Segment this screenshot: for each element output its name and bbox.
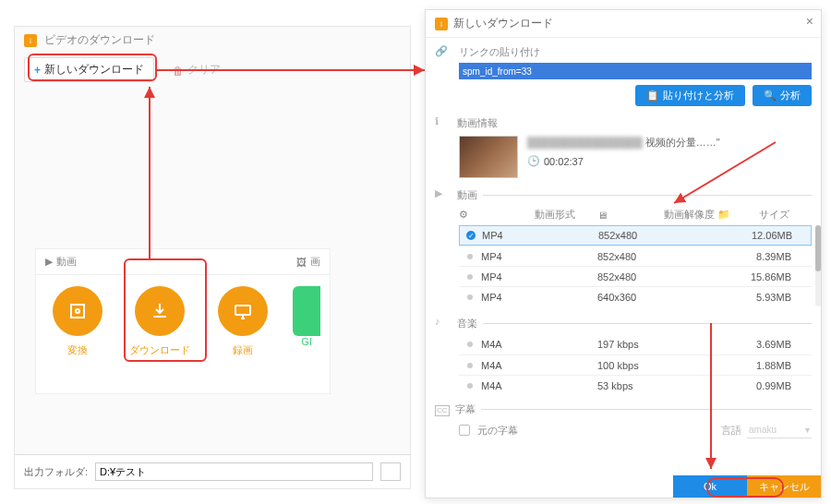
download-tile-icon xyxy=(135,286,185,336)
video-icon: ▶ xyxy=(435,187,452,204)
video-title-blur: ████████████████ xyxy=(527,137,643,148)
format-row[interactable]: ✓MP4852x48012.06MB xyxy=(459,225,812,246)
chevron-down-icon: ▾ xyxy=(805,425,810,435)
clear-button[interactable]: 🗑 クリア xyxy=(163,57,230,82)
svg-point-1 xyxy=(76,309,79,313)
tile-record-label: 録画 xyxy=(233,344,253,355)
new-download-dialog: ↓ 新しいダウンロード × 🔗 リンクの貼り付け 📋 貼り付けと分析 🔍 分析 xyxy=(425,9,822,498)
gif-icon xyxy=(293,286,320,336)
format-row[interactable]: M4A100 kbps1.88MB xyxy=(459,354,812,375)
paste-analyze-label: 貼り付けと分析 xyxy=(663,89,734,102)
convert-icon xyxy=(53,286,102,336)
left-title: ビデオのダウンロード xyxy=(44,32,155,48)
format-row[interactable]: MP4640x3605.93MB xyxy=(459,286,812,306)
info-icon: ℹ xyxy=(435,115,452,132)
output-folder-row: 出力フォルダ: xyxy=(15,454,410,488)
monitor-icon: 🖥 xyxy=(597,210,660,221)
plus-icon: + xyxy=(34,64,41,77)
language-value: amaku xyxy=(749,425,777,435)
tile-download-label: ダウンロード xyxy=(129,344,190,355)
original-subtitle-checkbox[interactable] xyxy=(459,425,470,436)
video-section-label: 動画 xyxy=(457,188,477,202)
trash-icon: 🗑 xyxy=(173,65,184,76)
format-row[interactable]: M4A197 kbps3.69MB xyxy=(459,334,812,354)
video-info-label: 動画情報 xyxy=(457,116,498,130)
output-folder-label: 出力フォルダ: xyxy=(24,465,88,479)
output-folder-input[interactable] xyxy=(95,462,373,481)
audio-section-label: 音楽 xyxy=(457,317,477,330)
tile-record[interactable]: 録画 xyxy=(211,286,274,357)
scrollbar[interactable] xyxy=(815,225,821,306)
left-header: ↓ ビデオのダウンロード xyxy=(15,27,410,54)
tile-convert-label: 変換 xyxy=(67,344,88,355)
folder-icon: 📁 xyxy=(717,209,755,221)
language-label: 言語 xyxy=(721,424,741,438)
analyze-button[interactable]: 🔍 分析 xyxy=(753,85,812,106)
new-download-button[interactable]: + 新しいダウンロード xyxy=(24,57,154,82)
header-format: 動画形式 xyxy=(535,208,597,222)
paste-icon: 📋 xyxy=(646,90,659,102)
tab-video-label: 動画 xyxy=(56,255,77,269)
analyze-label: 分析 xyxy=(780,89,801,102)
svg-rect-2 xyxy=(235,306,250,315)
download-icon: ↓ xyxy=(24,34,37,47)
close-icon[interactable]: × xyxy=(806,14,813,29)
original-subtitle-label: 元の字幕 xyxy=(477,424,518,438)
format-row[interactable]: MP4852x48015.86MB xyxy=(459,266,812,286)
new-download-label: 新しいダウンロード xyxy=(44,62,144,78)
url-input[interactable] xyxy=(459,63,812,79)
ok-button[interactable]: Ok xyxy=(673,475,747,498)
language-select[interactable]: amaku▾ xyxy=(747,422,812,438)
cc-icon: CC xyxy=(435,405,450,416)
tile-gif-label: GI xyxy=(301,336,312,347)
dialog-title: 新しいダウンロード xyxy=(453,16,553,31)
left-panel: ↓ ビデオのダウンロード + 新しいダウンロード 🗑 クリア ▶ 動画 🖼 画 … xyxy=(14,26,411,489)
tab-video[interactable]: ▶ 動画 xyxy=(36,249,86,274)
cancel-button[interactable]: キャンセル xyxy=(747,475,821,498)
header-size: サイズ xyxy=(759,208,791,222)
tile-download[interactable]: ダウンロード xyxy=(127,286,191,357)
subtitle-section-label: 字幕 xyxy=(455,402,476,416)
gear-icon: ⚙ xyxy=(459,209,531,221)
clear-label: クリア xyxy=(187,62,221,78)
music-icon: ♪ xyxy=(435,316,452,332)
video-title-suffix: 视频的分量……" xyxy=(645,137,720,148)
link-icon: 🔗 xyxy=(435,45,452,62)
video-duration: 00:02:37 xyxy=(544,156,584,167)
tiles-panel: ▶ 動画 🖼 画 変換 ダウンロード 録画 GI xyxy=(35,248,331,394)
format-row[interactable]: M4A53 kbps0.99MB xyxy=(459,375,812,395)
audio-format-list: M4A197 kbps3.69MBM4A100 kbps1.88MBM4A53 … xyxy=(459,334,812,395)
tab-image[interactable]: 🖼 画 xyxy=(287,249,330,274)
video-format-list: ✓MP4852x48012.06MBMP4852x4808.39MBMP4852… xyxy=(459,225,812,306)
header-res: 動画解像度 xyxy=(664,208,718,222)
tile-gif[interactable]: GI xyxy=(293,286,320,357)
dialog-titlebar: ↓ 新しいダウンロード × xyxy=(426,10,821,38)
paste-analyze-button[interactable]: 📋 貼り付けと分析 xyxy=(635,85,745,106)
record-icon xyxy=(218,286,268,336)
tile-convert[interactable]: 変換 xyxy=(45,286,109,357)
video-thumbnail xyxy=(459,136,518,178)
dialog-icon: ↓ xyxy=(435,18,448,30)
format-row[interactable]: MP4852x4808.39MB xyxy=(459,246,812,266)
clock-icon: 🕒 xyxy=(527,155,540,167)
svg-rect-0 xyxy=(71,305,84,318)
search-icon: 🔍 xyxy=(764,90,777,102)
tab-image-label: 画 xyxy=(310,255,320,269)
browse-folder-button[interactable] xyxy=(380,462,401,481)
paste-section-label: リンクの貼り付け xyxy=(459,45,812,59)
